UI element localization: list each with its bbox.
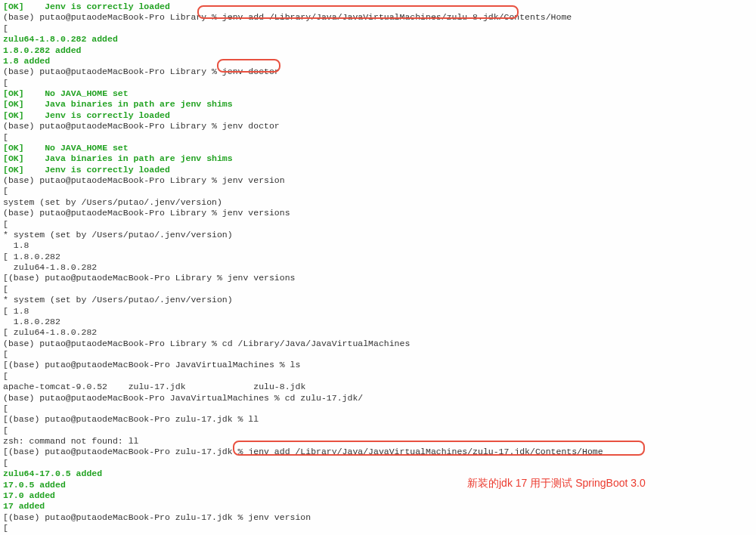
terminal-output[interactable]: [OK] Jenv is correctly loaded(base) puta…	[0, 0, 756, 535]
terminal-line: 17.0 added	[3, 490, 753, 501]
terminal-line: [OK] No JAVA_HOME set	[3, 143, 753, 153]
terminal-line: (base) putao@putaodeMacBook-Pro Library …	[3, 66, 753, 77]
terminal-span: (base) putao@putaodeMacBook-Pro Library …	[3, 175, 285, 185]
terminal-span: [	[3, 349, 8, 359]
terminal-line: (base) putao@putaodeMacBook-Pro JavaVirt…	[3, 393, 753, 404]
terminal-line: [(base) putao@putaodeMacBook-Pro zulu-17…	[3, 512, 753, 523]
terminal-span: apache-tomcat-9.0.52 zulu-17.jdk zulu-8.…	[3, 382, 305, 391]
terminal-line: zulu64-1.8.0.282	[3, 262, 753, 273]
terminal-span: [(base) putao@putaodeMacBook-Pro zulu-17…	[3, 414, 259, 424]
terminal-line: [ 1.8.0.282	[3, 252, 753, 262]
terminal-span: [(base) putao@putaodeMacBook-Pro Library…	[3, 273, 295, 283]
terminal-line: [OK] Jenv is correctly loaded	[3, 110, 753, 121]
terminal-span: * system (set by /Users/putao/.jenv/vers…	[3, 230, 233, 240]
terminal-span: [(base) putao@putaodeMacBook-Pro JavaVir…	[3, 360, 300, 370]
terminal-span: (base) putao@putaodeMacBook-Pro Library …	[3, 121, 280, 131]
terminal-line: apache-tomcat-9.0.52 zulu-17.jdk zulu-8.…	[3, 382, 753, 392]
terminal-span: [	[3, 371, 8, 381]
terminal-line: zsh: command not found: ll	[3, 436, 753, 447]
terminal-line: 17 added	[3, 501, 753, 512]
terminal-line: [	[3, 371, 753, 382]
terminal-line: [	[3, 349, 753, 360]
terminal-line: [(base) putao@putaodeMacBook-Pro zulu-17…	[3, 414, 753, 425]
terminal-span: [	[3, 186, 8, 196]
terminal-span: * system (set by /Users/putao/.jenv/vers…	[3, 295, 233, 305]
terminal-line: [OK] No JAVA_HOME set	[3, 88, 753, 99]
terminal-line: [ zulu64-1.8.0.282	[3, 327, 753, 338]
terminal-line: [OK] Jenv is correctly loaded	[3, 2, 753, 12]
terminal-line: (base) putao@putaodeMacBook-Pro Library …	[3, 339, 753, 349]
terminal-line: [	[3, 219, 753, 230]
terminal-span: [	[3, 284, 8, 294]
terminal-span: 17.0.5 added	[3, 480, 66, 490]
terminal-span: zulu64-1.8.0.282 added	[3, 34, 118, 44]
terminal-span: [	[3, 523, 8, 533]
terminal-line: 1.8.0.282 added	[3, 45, 753, 56]
terminal-span: 17 added	[3, 501, 45, 511]
terminal-span: [OK] Java binaries in path are jenv shim…	[3, 153, 233, 163]
terminal-span: zulu64-1.8.0.282	[3, 262, 97, 272]
terminal-line: [(base) putao@putaodeMacBook-Pro Library…	[3, 273, 753, 283]
terminal-span: [	[3, 458, 8, 468]
terminal-span: [	[3, 23, 8, 33]
terminal-span: [OK] Jenv is correctly loaded	[3, 2, 170, 11]
terminal-line: (base) putao@putaodeMacBook-Pro Library …	[3, 208, 753, 218]
terminal-line: (base) putao@putaodeMacBook-Pro Library …	[3, 175, 753, 186]
terminal-span: system (set by /Users/putao/.jenv/versio…	[3, 197, 222, 207]
terminal-line: [OK] Java binaries in path are jenv shim…	[3, 153, 753, 164]
terminal-span: 1.8	[3, 240, 29, 250]
terminal-line: [(base) putao@putaodeMacBook-Pro JavaVir…	[3, 360, 753, 370]
terminal-span: [ zulu64-1.8.0.282	[3, 327, 97, 337]
terminal-line: [	[3, 23, 753, 34]
terminal-span: [OK] Jenv is correctly loaded	[3, 165, 170, 175]
terminal-span: zsh: command not found: ll	[3, 436, 138, 446]
terminal-span: [ 1.8	[3, 306, 29, 316]
terminal-span: [	[3, 404, 8, 413]
terminal-span: [(base) putao@putaodeMacBook-Pro zulu-17…	[3, 512, 311, 522]
terminal-line: [	[3, 404, 753, 414]
terminal-span: (base) putao@putaodeMacBook-Pro Library …	[3, 12, 572, 22]
terminal-line: [	[3, 284, 753, 295]
terminal-span: [(base) putao@putaodeMacBook-Pro zulu-17…	[3, 447, 603, 456]
terminal-line: 1.8.0.282	[3, 317, 753, 327]
terminal-span: [ 1.8.0.282	[3, 252, 60, 261]
terminal-span: 1.8.0.282 added	[3, 45, 82, 55]
terminal-span: [OK] No JAVA_HOME set	[3, 88, 129, 98]
terminal-line: * system (set by /Users/putao/.jenv/vers…	[3, 230, 753, 240]
terminal-span: [	[3, 132, 8, 142]
terminal-span: 1.8 added	[3, 56, 50, 66]
terminal-span: [OK] Jenv is correctly loaded	[3, 110, 170, 120]
terminal-line: [OK] Java binaries in path are jenv shim…	[3, 99, 753, 110]
terminal-line: system (set by /Users/putao/.jenv/versio…	[3, 197, 753, 208]
terminal-span: [	[3, 425, 8, 435]
terminal-span: (base) putao@putaodeMacBook-Pro Library …	[3, 339, 410, 348]
terminal-span: zulu64-17.0.5 added	[3, 469, 102, 478]
terminal-span: [	[3, 78, 8, 88]
terminal-span: (base) putao@putaodeMacBook-Pro JavaVirt…	[3, 393, 363, 403]
terminal-line: [OK] Jenv is correctly loaded	[3, 165, 753, 175]
terminal-line: (base) putao@putaodeMacBook-Pro Library …	[3, 12, 753, 23]
terminal-line: * system (set by /Users/putao/.jenv/vers…	[3, 295, 753, 305]
terminal-line: [ 1.8	[3, 306, 753, 317]
annotation-text: 新装的jdk 17 用于测试 SpringBoot 3.0	[467, 477, 646, 490]
terminal-line: 1.8 added	[3, 56, 753, 66]
terminal-line: [(base) putao@putaodeMacBook-Pro zulu-17…	[3, 447, 753, 457]
terminal-span: [	[3, 219, 8, 229]
terminal-span: (base) putao@putaodeMacBook-Pro Library …	[3, 208, 290, 218]
terminal-line: [	[3, 425, 753, 436]
terminal-span: [OK] No JAVA_HOME set	[3, 143, 129, 153]
terminal-span: 1.8.0.282	[3, 317, 60, 326]
terminal-line: 1.8	[3, 240, 753, 251]
terminal-line: [	[3, 458, 753, 469]
terminal-line: [	[3, 78, 753, 88]
terminal-line: [	[3, 132, 753, 143]
terminal-line: zulu64-1.8.0.282 added	[3, 34, 753, 45]
terminal-line: [	[3, 523, 753, 533]
terminal-line: (base) putao@putaodeMacBook-Pro Library …	[3, 121, 753, 131]
terminal-span: 17.0 added	[3, 490, 55, 500]
terminal-span: (base) putao@putaodeMacBook-Pro Library …	[3, 66, 280, 76]
terminal-line: [	[3, 186, 753, 196]
terminal-span: [OK] Java binaries in path are jenv shim…	[3, 99, 233, 109]
